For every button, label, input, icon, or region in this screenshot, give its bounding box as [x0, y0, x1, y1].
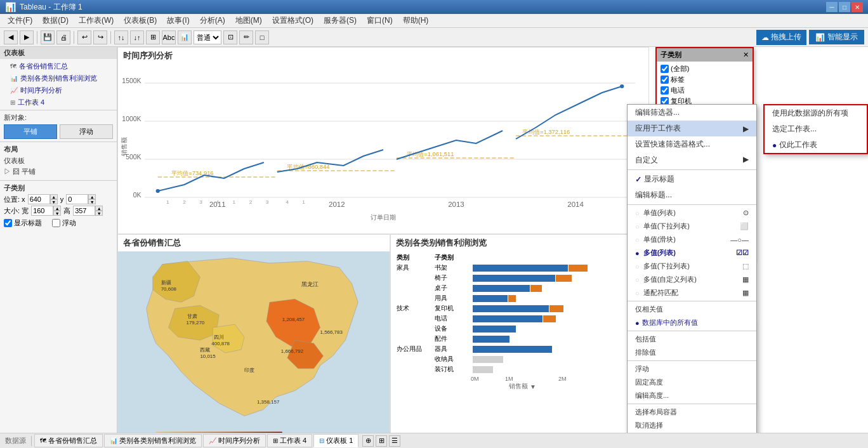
ctx-related[interactable]: 仅相关值 — [628, 303, 756, 316]
ctx-multi-list[interactable]: ●多值(列表) ☑☑ — [628, 246, 756, 260]
size-h-up[interactable]: ▲ — [95, 206, 103, 211]
label-button[interactable]: Abc — [162, 30, 176, 44]
tab-dashboard1[interactable]: ⊟ 仪表板 1 — [313, 434, 358, 447]
dashboard-panel-title[interactable]: 仪表板 — [0, 47, 117, 59]
ctx-custom[interactable]: 自定义 ▶ — [628, 152, 756, 168]
size-h-down[interactable]: ▼ — [95, 211, 103, 216]
filter-cb-all[interactable] — [661, 65, 669, 73]
ctx-show-title[interactable]: ✓ 显示标题 — [628, 171, 756, 187]
maximize-button[interactable]: □ — [839, 2, 850, 12]
sort-desc-button[interactable]: ↓↑ — [130, 30, 144, 44]
menu-data[interactable]: 数据(D) — [37, 14, 74, 27]
sales-filter-icon[interactable]: ▼ — [530, 383, 536, 390]
forward-button[interactable]: ▶ — [20, 30, 34, 44]
undo-button[interactable]: ↩ — [77, 30, 91, 44]
menu-map[interactable]: 地图(M) — [230, 14, 267, 27]
ctx-multi-custom[interactable]: ○多值(自定义列表) ▦ — [628, 273, 756, 286]
float-button[interactable]: 浮动 — [60, 124, 113, 139]
filter-1-close[interactable]: ✕ — [743, 51, 749, 59]
pos-x-input[interactable] — [28, 194, 50, 204]
ctx-multi-dropdown[interactable]: ○多值(下拉列表) ⬚ — [628, 260, 756, 273]
ctx-edit-height[interactable]: 编辑高度... — [628, 389, 756, 402]
ctx-single-list[interactable]: ○单值(列表) ⊙ — [628, 206, 756, 220]
ctx-set-format[interactable]: 设置快速筛选器格式... — [628, 136, 756, 152]
tile-button[interactable]: 平铺 — [4, 124, 57, 139]
show-title-checkbox[interactable] — [4, 219, 12, 227]
tab-worksheet4[interactable]: ⊞ 工作表 4 — [267, 434, 312, 447]
ctx-edit-filter[interactable]: 编辑筛选器... — [628, 105, 756, 121]
pos-y-input[interactable] — [66, 194, 88, 204]
menu-dashboard[interactable]: 仪表板(B) — [119, 14, 162, 27]
chart-icon: 📊 — [815, 33, 825, 42]
size-w-up[interactable]: ▲ — [53, 206, 61, 211]
filter-1-header[interactable]: 子类别 ✕ — [657, 48, 753, 62]
subcat-chair: 椅子 — [433, 273, 471, 283]
filter-item-label[interactable]: 标签 — [659, 74, 750, 85]
filter-item-all[interactable]: (全部) — [659, 63, 750, 74]
tooltip-button[interactable]: □ — [255, 30, 269, 44]
save-button[interactable]: 💾 — [41, 30, 55, 44]
ctx-fixed-height[interactable]: 固定高度 — [628, 376, 756, 389]
tab-timeseries[interactable]: 📈 时间序列分析 — [203, 434, 266, 447]
ctx-edit-title[interactable]: 编辑标题... — [628, 187, 756, 203]
size-w-down[interactable]: ▼ — [53, 211, 61, 216]
cloud-upload-button[interactable]: ☁ 拖拽上传 — [756, 30, 806, 45]
mark-button[interactable]: 📊 — [178, 30, 192, 44]
data-source-label[interactable]: 数据源 — [3, 436, 29, 445]
menu-help[interactable]: 帮助(H) — [398, 14, 434, 27]
filter-cb-phone[interactable] — [661, 86, 669, 95]
ctx-wildcard[interactable]: ○通配符匹配 ▦ — [628, 286, 756, 300]
annotation-button[interactable]: ✏ — [239, 30, 253, 44]
sub-ctx-all[interactable]: 使用此数据源的所有项 — [765, 105, 867, 121]
ctx-single-dropdown[interactable]: ○单值(下拉列表) ⬜ — [628, 220, 756, 233]
sheet-item-3[interactable]: ⊞ 工作表 4 — [0, 96, 117, 109]
sheet-item-2[interactable]: 📈 时间序列分析 — [0, 84, 117, 96]
minimize-button[interactable]: ─ — [826, 2, 838, 12]
ctx-all-db[interactable]: ●数据库中的所有值 — [628, 316, 756, 329]
ctx-deselect[interactable]: 取消选择 — [628, 419, 756, 432]
menu-window[interactable]: 窗口(N) — [362, 14, 398, 27]
pos-x-down[interactable]: ▼ — [50, 199, 58, 204]
menu-file[interactable]: 文件(F) — [3, 14, 37, 27]
view-select[interactable]: 普通 — [194, 30, 221, 44]
ctx-include[interactable]: 包括值 — [628, 333, 756, 346]
ctx-single-slider[interactable]: ○单值(滑块) —○— — [628, 233, 756, 246]
add-sheet-button[interactable]: ⊕ — [362, 435, 374, 447]
float-checkbox[interactable] — [52, 219, 60, 227]
size-h-input[interactable] — [73, 206, 95, 216]
filter-item-phone[interactable]: 电话 — [659, 85, 750, 96]
back-button[interactable]: ◀ — [4, 30, 18, 44]
sheet-item-0[interactable]: 🗺 各省份销售汇总 — [0, 60, 117, 72]
radio-empty-6: ○ — [635, 276, 640, 284]
fit-button[interactable]: ⊡ — [223, 30, 237, 44]
sheet-item-1[interactable]: 📊 类别各类别销售利润浏览 — [0, 72, 117, 84]
pos-y-up[interactable]: ▲ — [88, 194, 96, 199]
show-title-label[interactable]: 显示标题 — [4, 218, 42, 228]
group-button[interactable]: ⊞ — [146, 30, 160, 44]
float-label[interactable]: 浮动 — [52, 218, 76, 228]
pos-y-down[interactable]: ▼ — [88, 199, 96, 204]
menu-server[interactable]: 服务器(S) — [319, 14, 362, 27]
add-story-button[interactable]: ☰ — [389, 435, 400, 447]
pos-x-up[interactable]: ▲ — [50, 194, 58, 199]
menu-worksheet[interactable]: 工作表(W) — [74, 14, 119, 27]
tab-map-sales[interactable]: 🗺 各省份销售汇总 — [34, 434, 103, 447]
ctx-apply-worksheet[interactable]: 应用于工作表 ▶ — [628, 121, 756, 136]
ctx-select-container[interactable]: 选择布局容器 — [628, 405, 756, 419]
sub-ctx-only[interactable]: ● 仅此工作表 — [765, 137, 867, 153]
menu-analysis[interactable]: 分析(A) — [195, 14, 230, 27]
sort-asc-button[interactable]: ↑↓ — [114, 30, 128, 44]
menu-story[interactable]: 故事(I) — [162, 14, 194, 27]
ctx-float[interactable]: 浮动 — [628, 362, 756, 376]
size-w-input[interactable] — [31, 206, 53, 216]
close-button[interactable]: ✕ — [852, 2, 863, 12]
print-button[interactable]: 🖨 — [56, 30, 70, 44]
sub-ctx-selected[interactable]: 选定工作表... — [765, 121, 867, 137]
menu-format[interactable]: 设置格式(O) — [267, 14, 319, 27]
ctx-exclude[interactable]: 排除值 — [628, 346, 756, 359]
smart-show-button[interactable]: 📊 智能显示 — [809, 30, 864, 44]
add-dashboard-button[interactable]: ⊞ — [376, 435, 387, 447]
tab-category[interactable]: 📊 类别各类别销售利润浏览 — [104, 434, 202, 447]
redo-button[interactable]: ↪ — [93, 30, 107, 44]
filter-cb-label[interactable] — [661, 76, 669, 84]
